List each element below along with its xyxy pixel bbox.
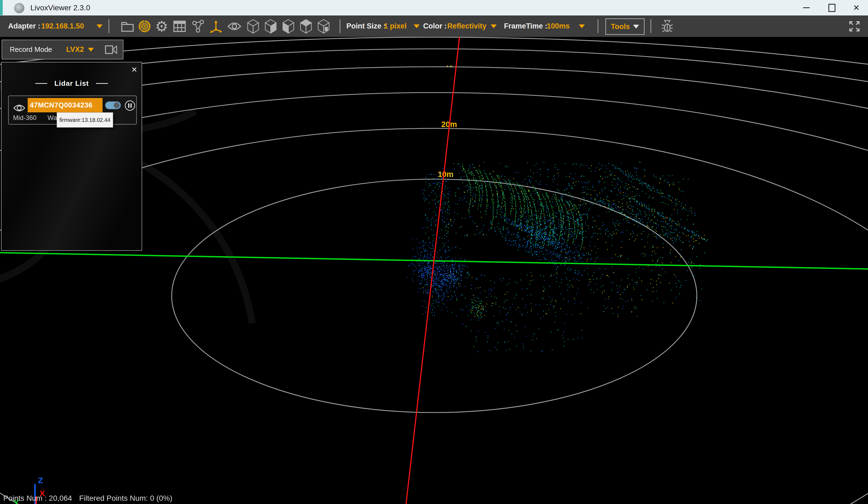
- frametime-value: 100ms: [547, 16, 570, 37]
- chevron-down-icon: [579, 24, 585, 28]
- topology-icon: [191, 20, 205, 33]
- lidar-list-panel: ✕ Lidar List 47MCN7Q0034236: [1, 62, 142, 251]
- data-table-button[interactable]: [172, 19, 187, 34]
- view-cube-free-button[interactable]: [246, 19, 261, 34]
- eye-icon: [227, 21, 241, 32]
- view-cube-left-button[interactable]: [281, 19, 296, 34]
- fullscreen-button[interactable]: [847, 19, 862, 34]
- color-label: Color :: [423, 16, 447, 37]
- gear-icon: ⚙: [155, 19, 168, 34]
- record-format-value[interactable]: LVX2: [66, 45, 84, 54]
- point-size-dropdown[interactable]: 1 pixel: [384, 16, 420, 37]
- record-mode-bar: Record Mode LVX2: [2, 40, 123, 59]
- minimize-icon: [803, 7, 810, 8]
- minimize-button[interactable]: [794, 0, 819, 16]
- chevron-down-icon: [96, 24, 103, 28]
- chevron-down-icon: [491, 24, 497, 28]
- toggle-knob: [114, 102, 120, 108]
- color-value: Reflectivity: [447, 16, 486, 37]
- cube-icon: [300, 19, 312, 34]
- title-dash: [35, 83, 47, 84]
- firmware-tooltip-text: firmware:13.18.02.44: [59, 117, 111, 123]
- panel-title-row: Lidar List: [2, 79, 142, 88]
- fullscreen-icon: [848, 20, 861, 33]
- frametime-dropdown[interactable]: 100ms: [547, 16, 585, 37]
- filtered-points-num: Filtered Points Num: 0 (0%): [79, 494, 173, 503]
- record-mode-label: Record Mode: [10, 45, 52, 54]
- chevron-down-icon: [633, 25, 639, 29]
- window-title: LivoxViewer 2.3.0: [30, 0, 90, 16]
- record-button[interactable]: [104, 44, 118, 55]
- cube-icon: [247, 19, 259, 34]
- folder-icon: [121, 20, 134, 32]
- app-logo-icon: [14, 3, 24, 13]
- tools-label: Tools: [611, 23, 630, 30]
- open-file-button[interactable]: [120, 19, 135, 34]
- point-size-value: 1 pixel: [384, 16, 406, 37]
- points-num: Points Num : 20,064: [3, 494, 72, 503]
- panel-close-button[interactable]: ✕: [130, 65, 139, 74]
- device-pause-button[interactable]: [124, 100, 136, 111]
- view-cube-right-button[interactable]: [263, 19, 278, 34]
- debug-button[interactable]: [660, 19, 675, 34]
- panel-title: Lidar List: [54, 79, 89, 88]
- point-size-label: Point Size :: [347, 16, 386, 37]
- adapter-dropdown[interactable]: 192.168.1.50: [41, 16, 103, 37]
- table-grid-icon: [173, 20, 186, 32]
- device-enable-toggle[interactable]: [105, 101, 121, 109]
- maximize-button[interactable]: [819, 0, 845, 16]
- adapter-value: 192.168.1.50: [41, 16, 84, 37]
- main-toolbar: Adapter : 192.168.1.50 ⚙: [0, 16, 868, 37]
- close-icon: ✕: [853, 4, 860, 12]
- camera-icon: [104, 44, 118, 55]
- device-serial-field[interactable]: 47MCN7Q0034236: [28, 98, 103, 112]
- toolbar-separator: [340, 19, 340, 33]
- chevron-down-icon: [414, 24, 420, 28]
- pause-icon: [124, 100, 136, 111]
- radar-icon: [138, 20, 151, 33]
- device-status-truncated: Wa: [48, 114, 57, 122]
- cube-icon: [317, 19, 330, 34]
- view-cube-top-button[interactable]: [298, 19, 313, 34]
- tools-menu-button[interactable]: Tools: [606, 19, 644, 35]
- coordinate-axes-button[interactable]: [208, 19, 224, 34]
- cube-icon: [265, 19, 277, 34]
- settings-button[interactable]: ⚙: [154, 19, 169, 34]
- firmware-tooltip: firmware:13.18.02.44: [57, 112, 113, 128]
- toolbar-separator: [650, 19, 651, 33]
- cube-icon: [282, 19, 294, 34]
- toolbar-separator: [108, 19, 109, 33]
- maximize-icon: [828, 4, 836, 12]
- topology-button[interactable]: [190, 19, 206, 34]
- chevron-down-icon[interactable]: [88, 48, 94, 52]
- device-model: Mid-360: [13, 114, 37, 122]
- adapter-label: Adapter :: [8, 16, 40, 37]
- window-titlebar[interactable]: LivoxViewer 2.3.0 ✕: [0, 0, 868, 16]
- visibility-button[interactable]: [227, 19, 242, 34]
- device-serial: 47MCN7Q0034236: [30, 101, 93, 109]
- frametime-label: FrameTime :: [504, 16, 547, 37]
- eye-icon: [13, 103, 25, 113]
- status-bar: Points Num : 20,064 Filtered Points Num:…: [3, 494, 173, 503]
- title-dash: [96, 83, 108, 84]
- color-dropdown[interactable]: Reflectivity: [447, 16, 497, 37]
- view-cube-front-button[interactable]: [316, 19, 331, 34]
- background-window-edge: [0, 0, 3, 15]
- toolbar-separator: [598, 19, 598, 33]
- z-axis-label: Z: [38, 476, 43, 485]
- close-button[interactable]: ✕: [845, 0, 868, 16]
- device-visibility-toggle[interactable]: [13, 103, 25, 113]
- app-window: Z X Y Reflectivity 255 204 153 102 51 0 …: [0, 0, 868, 504]
- device-scan-button[interactable]: [137, 19, 152, 34]
- axes-icon: [209, 19, 223, 33]
- bug-icon: [661, 19, 673, 33]
